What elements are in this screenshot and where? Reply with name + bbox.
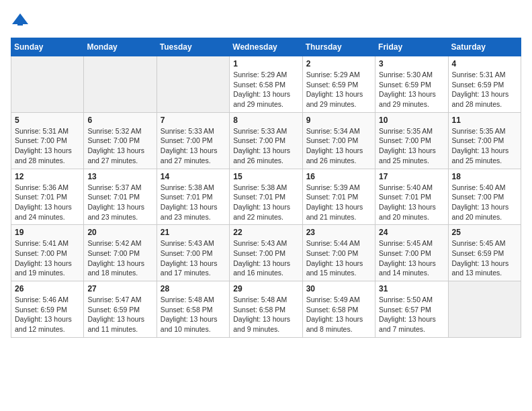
day-info: Sunrise: 5:29 AM Sunset: 6:59 PM Dayligh… [306, 70, 371, 109]
day-number: 11 [452, 116, 517, 125]
day-number: 4 [452, 59, 517, 68]
day-info: Sunrise: 5:33 AM Sunset: 7:00 PM Dayligh… [161, 126, 226, 166]
day-info: Sunrise: 5:43 AM Sunset: 7:00 PM Dayligh… [161, 238, 226, 278]
day-cell: 1Sunrise: 5:29 AM Sunset: 6:58 PM Daylig… [230, 56, 302, 113]
day-number: 19 [15, 228, 80, 237]
day-cell: 25Sunrise: 5:45 AM Sunset: 6:59 PM Dayli… [448, 225, 521, 281]
day-info: Sunrise: 5:38 AM Sunset: 7:01 PM Dayligh… [233, 183, 298, 222]
day-cell: 21Sunrise: 5:43 AM Sunset: 7:00 PM Dayli… [157, 225, 229, 281]
header-day-thursday: Thursday [302, 38, 375, 56]
header-day-wednesday: Wednesday [230, 38, 302, 56]
day-info: Sunrise: 5:32 AM Sunset: 7:00 PM Dayligh… [87, 126, 152, 166]
day-info: Sunrise: 5:43 AM Sunset: 7:00 PM Dayligh… [233, 238, 298, 278]
day-cell: 15Sunrise: 5:38 AM Sunset: 7:01 PM Dayli… [230, 169, 302, 225]
svg-rect-1 [17, 21, 23, 26]
day-number: 20 [87, 228, 152, 237]
day-cell: 31Sunrise: 5:50 AM Sunset: 6:57 PM Dayli… [375, 281, 448, 338]
day-number: 24 [379, 228, 444, 237]
day-cell: 22Sunrise: 5:43 AM Sunset: 7:00 PM Dayli… [230, 225, 302, 281]
day-info: Sunrise: 5:48 AM Sunset: 6:58 PM Dayligh… [233, 295, 298, 334]
day-cell: 28Sunrise: 5:48 AM Sunset: 6:58 PM Dayli… [157, 281, 229, 338]
day-info: Sunrise: 5:33 AM Sunset: 7:00 PM Dayligh… [233, 126, 298, 166]
header-day-monday: Monday [84, 38, 157, 56]
calendar-header: SundayMondayTuesdayWednesdayThursdayFrid… [11, 38, 521, 56]
day-cell: 17Sunrise: 5:40 AM Sunset: 7:01 PM Dayli… [375, 169, 448, 225]
day-info: Sunrise: 5:41 AM Sunset: 7:00 PM Dayligh… [15, 238, 80, 278]
day-number: 28 [161, 284, 226, 293]
day-number: 6 [87, 116, 152, 125]
day-info: Sunrise: 5:31 AM Sunset: 7:00 PM Dayligh… [15, 126, 80, 166]
day-info: Sunrise: 5:47 AM Sunset: 6:59 PM Dayligh… [87, 295, 152, 334]
day-number: 14 [161, 172, 226, 181]
calendar-body: 1Sunrise: 5:29 AM Sunset: 6:58 PM Daylig… [11, 56, 521, 338]
day-number: 1 [233, 59, 298, 68]
day-cell: 10Sunrise: 5:35 AM Sunset: 7:00 PM Dayli… [375, 112, 448, 169]
week-row-4: 19Sunrise: 5:41 AM Sunset: 7:00 PM Dayli… [11, 225, 521, 281]
day-info: Sunrise: 5:45 AM Sunset: 6:59 PM Dayligh… [452, 238, 517, 278]
header-day-tuesday: Tuesday [157, 38, 229, 56]
day-cell: 7Sunrise: 5:33 AM Sunset: 7:00 PM Daylig… [157, 112, 229, 169]
day-cell: 3Sunrise: 5:30 AM Sunset: 6:59 PM Daylig… [375, 56, 448, 113]
day-info: Sunrise: 5:35 AM Sunset: 7:00 PM Dayligh… [452, 126, 517, 166]
header-day-saturday: Saturday [448, 38, 521, 56]
day-cell: 14Sunrise: 5:38 AM Sunset: 7:01 PM Dayli… [157, 169, 229, 225]
day-number: 10 [379, 116, 444, 125]
day-number: 15 [233, 172, 298, 181]
header-row: SundayMondayTuesdayWednesdayThursdayFrid… [11, 38, 521, 56]
day-cell: 27Sunrise: 5:47 AM Sunset: 6:59 PM Dayli… [84, 281, 157, 338]
day-number: 3 [379, 59, 444, 68]
day-number: 29 [233, 284, 298, 293]
day-info: Sunrise: 5:42 AM Sunset: 7:00 PM Dayligh… [87, 238, 152, 278]
day-info: Sunrise: 5:50 AM Sunset: 6:57 PM Dayligh… [379, 295, 444, 334]
day-cell: 6Sunrise: 5:32 AM Sunset: 7:00 PM Daylig… [84, 112, 157, 169]
day-info: Sunrise: 5:49 AM Sunset: 6:58 PM Dayligh… [306, 295, 371, 334]
day-number: 5 [15, 116, 80, 125]
day-info: Sunrise: 5:37 AM Sunset: 7:01 PM Dayligh… [87, 183, 152, 222]
day-cell: 8Sunrise: 5:33 AM Sunset: 7:00 PM Daylig… [230, 112, 302, 169]
day-cell: 18Sunrise: 5:40 AM Sunset: 7:00 PM Dayli… [448, 169, 521, 225]
day-cell: 11Sunrise: 5:35 AM Sunset: 7:00 PM Dayli… [448, 112, 521, 169]
day-number: 21 [161, 228, 226, 237]
day-number: 17 [379, 172, 444, 181]
day-cell: 16Sunrise: 5:39 AM Sunset: 7:01 PM Dayli… [302, 169, 375, 225]
day-cell: 19Sunrise: 5:41 AM Sunset: 7:00 PM Dayli… [11, 225, 84, 281]
day-info: Sunrise: 5:38 AM Sunset: 7:01 PM Dayligh… [161, 183, 226, 222]
day-number: 31 [379, 284, 444, 293]
day-info: Sunrise: 5:40 AM Sunset: 7:01 PM Dayligh… [379, 183, 444, 222]
day-number: 30 [306, 284, 371, 293]
day-info: Sunrise: 5:34 AM Sunset: 7:00 PM Dayligh… [306, 126, 371, 166]
day-info: Sunrise: 5:36 AM Sunset: 7:01 PM Dayligh… [15, 183, 80, 222]
day-number: 13 [87, 172, 152, 181]
calendar-table: SundayMondayTuesdayWednesdayThursdayFrid… [11, 38, 521, 338]
day-number: 9 [306, 116, 371, 125]
day-number: 22 [233, 228, 298, 237]
header-day-sunday: Sunday [11, 38, 84, 56]
logo [11, 11, 31, 30]
day-cell: 13Sunrise: 5:37 AM Sunset: 7:01 PM Dayli… [84, 169, 157, 225]
day-cell: 4Sunrise: 5:31 AM Sunset: 6:59 PM Daylig… [448, 56, 521, 113]
day-info: Sunrise: 5:45 AM Sunset: 7:00 PM Dayligh… [379, 238, 444, 278]
day-info: Sunrise: 5:30 AM Sunset: 6:59 PM Dayligh… [379, 70, 444, 109]
day-number: 12 [15, 172, 80, 181]
day-number: 25 [452, 228, 517, 237]
day-cell [84, 56, 157, 113]
day-cell [11, 56, 84, 113]
day-number: 23 [306, 228, 371, 237]
day-cell: 23Sunrise: 5:44 AM Sunset: 7:00 PM Dayli… [302, 225, 375, 281]
day-cell: 5Sunrise: 5:31 AM Sunset: 7:00 PM Daylig… [11, 112, 84, 169]
day-cell [157, 56, 229, 113]
day-info: Sunrise: 5:44 AM Sunset: 7:00 PM Dayligh… [306, 238, 371, 278]
week-row-1: 1Sunrise: 5:29 AM Sunset: 6:58 PM Daylig… [11, 56, 521, 113]
day-number: 26 [15, 284, 80, 293]
day-cell: 24Sunrise: 5:45 AM Sunset: 7:00 PM Dayli… [375, 225, 448, 281]
logo-icon [11, 11, 30, 30]
day-number: 2 [306, 59, 371, 68]
day-cell: 30Sunrise: 5:49 AM Sunset: 6:58 PM Dayli… [302, 281, 375, 338]
day-info: Sunrise: 5:39 AM Sunset: 7:01 PM Dayligh… [306, 183, 371, 222]
day-number: 18 [452, 172, 517, 181]
day-info: Sunrise: 5:29 AM Sunset: 6:58 PM Dayligh… [233, 70, 298, 109]
page-header [11, 11, 521, 30]
day-number: 27 [87, 284, 152, 293]
day-cell: 29Sunrise: 5:48 AM Sunset: 6:58 PM Dayli… [230, 281, 302, 338]
day-cell [448, 281, 521, 338]
